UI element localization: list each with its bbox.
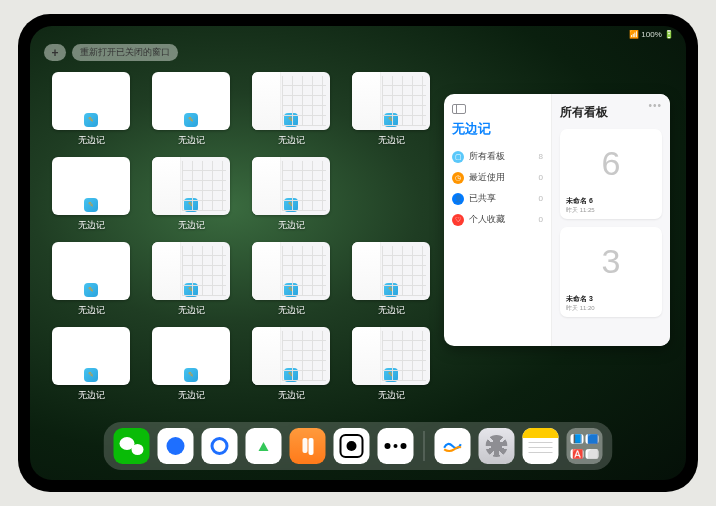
app-icon	[384, 368, 398, 382]
notes-icon[interactable]	[523, 428, 559, 464]
media-icon[interactable]	[246, 428, 282, 464]
app-folder-icon[interactable]: 📘🟦🅰️⬜	[567, 428, 603, 464]
app-icon	[384, 113, 398, 127]
app-icon	[84, 283, 98, 297]
window-thumbnail[interactable]: 无边记	[152, 242, 230, 317]
wechat-icon[interactable]	[114, 428, 150, 464]
thumbnail-label: 无边记	[378, 134, 405, 147]
thumbnail-label: 无边记	[178, 134, 205, 147]
board-date: 昨天 11:20	[564, 304, 658, 313]
thumbnail-label: 无边记	[278, 219, 305, 232]
window-thumbnail[interactable]: 无边记	[152, 327, 230, 402]
thumbnail-label: 无边记	[78, 219, 105, 232]
app-icon	[284, 368, 298, 382]
board-card[interactable]: 6未命名 6昨天 11:25	[560, 129, 662, 219]
sidebar-item-label: 个人收藏	[469, 213, 505, 226]
app-icon	[84, 198, 98, 212]
dock-separator	[424, 431, 425, 461]
thumbnail-label: 无边记	[378, 304, 405, 317]
sidebar: 无边记 ▢所有看板8◷最近使用0👤已共享0♡个人收藏0	[444, 94, 552, 346]
dock: 📘🟦🅰️⬜	[104, 422, 613, 470]
sidebar-item-icon: ◷	[452, 172, 464, 184]
window-thumbnail[interactable]: 无边记	[352, 242, 430, 317]
window-thumbnail[interactable]: 无边记	[252, 72, 330, 147]
board-preview: 3	[564, 231, 658, 292]
app-icon	[284, 113, 298, 127]
status-bar: 📶 100% 🔋	[629, 30, 674, 39]
sidebar-toggle-icon[interactable]	[452, 104, 466, 114]
thumbnail-label: 无边记	[178, 304, 205, 317]
sidebar-item-icon: 👤	[452, 193, 464, 205]
settings-icon[interactable]	[479, 428, 515, 464]
board-card[interactable]: 3未命名 3昨天 11:20	[560, 227, 662, 317]
sidebar-item-icon: ▢	[452, 151, 464, 163]
window-thumbnail[interactable]: 无边记	[52, 327, 130, 402]
window-thumbnail[interactable]: 无边记	[252, 327, 330, 402]
sidebar-title: 无边记	[452, 120, 543, 138]
app-icon	[284, 198, 298, 212]
sidebar-item-count: 0	[539, 173, 543, 182]
sidebar-item-count: 8	[539, 152, 543, 161]
sidebar-item[interactable]: ▢所有看板8	[452, 146, 543, 167]
thumbnail-label: 无边记	[78, 304, 105, 317]
books-icon[interactable]	[290, 428, 326, 464]
window-thumbnail[interactable]: 无边记	[252, 157, 330, 232]
app-icon	[184, 113, 198, 127]
app-icon	[84, 368, 98, 382]
freeform-window[interactable]: ••• 无边记 ▢所有看板8◷最近使用0👤已共享0♡个人收藏0 所有看板 6未命…	[444, 94, 670, 346]
sidebar-item-label: 已共享	[469, 192, 496, 205]
sidebar-item[interactable]: 👤已共享0	[452, 188, 543, 209]
dice-icon[interactable]	[334, 428, 370, 464]
sidebar-item-count: 0	[539, 194, 543, 203]
window-thumbnail[interactable]: 无边记	[52, 72, 130, 147]
top-controls: + 重新打开已关闭的窗口	[44, 44, 178, 61]
qq-hd-icon[interactable]	[158, 428, 194, 464]
thumbnail-label: 无边记	[78, 389, 105, 402]
app-icon	[184, 283, 198, 297]
screen: 📶 100% 🔋 + 重新打开已关闭的窗口 无边记无边记无边记无边记无边记无边记…	[30, 26, 686, 480]
board-date: 昨天 11:25	[564, 206, 658, 215]
board-name: 未命名 6	[564, 194, 658, 206]
qq-browser-icon[interactable]	[202, 428, 238, 464]
app-icon	[284, 283, 298, 297]
sidebar-item-icon: ♡	[452, 214, 464, 226]
window-thumbnail[interactable]: 无边记	[252, 242, 330, 317]
ipad-device: 📶 100% 🔋 + 重新打开已关闭的窗口 无边记无边记无边记无边记无边记无边记…	[18, 14, 698, 492]
window-thumbnail[interactable]: 无边记	[52, 242, 130, 317]
window-thumbnail[interactable]: 无边记	[152, 157, 230, 232]
boards-title: 所有看板	[560, 104, 662, 121]
more-icon[interactable]: •••	[648, 100, 662, 111]
app-icon	[184, 198, 198, 212]
app-icon	[84, 113, 98, 127]
board-preview: 6	[564, 133, 658, 194]
thumbnail-label: 无边记	[278, 389, 305, 402]
window-thumbnail[interactable]: 无边记	[52, 157, 130, 232]
window-thumbnail[interactable]: 无边记	[352, 327, 430, 402]
app-icon	[384, 283, 398, 297]
thumbnail-label: 无边记	[178, 389, 205, 402]
thumbnail-label: 无边记	[178, 219, 205, 232]
reopen-closed-window-button[interactable]: 重新打开已关闭的窗口	[72, 44, 178, 61]
sidebar-item-label: 所有看板	[469, 150, 505, 163]
thumbnail-label: 无边记	[378, 389, 405, 402]
freeform-icon[interactable]	[435, 428, 471, 464]
app-expose-grid: 无边记无边记无边记无边记无边记无边记无边记无边记无边记无边记无边记无边记无边记无…	[52, 72, 437, 402]
window-thumbnail[interactable]: 无边记	[152, 72, 230, 147]
thumbnail-label: 无边记	[278, 304, 305, 317]
thumbnail-label: 无边记	[78, 134, 105, 147]
window-thumbnail[interactable]: 无边记	[352, 72, 430, 147]
boards-pane: 所有看板 6未命名 6昨天 11:253未命名 3昨天 11:20	[552, 94, 670, 346]
app-icon	[184, 368, 198, 382]
sidebar-item[interactable]: ♡个人收藏0	[452, 209, 543, 230]
board-name: 未命名 3	[564, 292, 658, 304]
graph-icon[interactable]	[378, 428, 414, 464]
sidebar-item-count: 0	[539, 215, 543, 224]
thumbnail-label: 无边记	[278, 134, 305, 147]
sidebar-item[interactable]: ◷最近使用0	[452, 167, 543, 188]
new-window-button[interactable]: +	[44, 44, 66, 61]
sidebar-item-label: 最近使用	[469, 171, 505, 184]
